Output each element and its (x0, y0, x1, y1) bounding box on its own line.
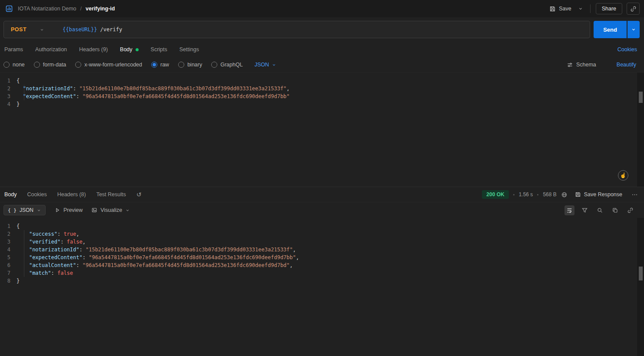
line-content: "verified": false, (17, 238, 86, 246)
line-content: "match": false (17, 269, 73, 277)
chevron-down-icon (272, 63, 276, 67)
app-window: IOTA Notarization Demo / verifying-id Sa… (0, 0, 644, 356)
line-content: } (17, 100, 20, 108)
hand-cursor-icon[interactable] (618, 170, 628, 181)
tab-response-headers[interactable]: Headers (8) (57, 191, 86, 198)
line-number: 6 (0, 261, 17, 269)
breadcrumb: IOTA Notarization Demo / verifying-id (4, 4, 115, 13)
tab-response-cookies[interactable]: Cookies (27, 191, 47, 198)
beautify-link[interactable]: Beautify (617, 62, 636, 68)
line-number: 2 (0, 85, 17, 92)
line-number: 8 (0, 277, 17, 285)
request-editor-scrollbar (637, 73, 644, 187)
filter-button[interactable] (580, 205, 590, 215)
body-type-none[interactable]: none (3, 62, 25, 68)
body-type-form-data[interactable]: form-data (34, 62, 66, 68)
copy-link-button[interactable] (627, 3, 640, 15)
separator-dot (513, 194, 515, 195)
line-content: { (17, 77, 20, 85)
body-type-raw[interactable]: raw (151, 62, 169, 68)
status-badge: 200 OK (482, 190, 508, 199)
search-button[interactable] (595, 205, 605, 215)
tab-headers[interactable]: Headers (9) (79, 46, 108, 53)
tab-body-label: Body (120, 46, 133, 53)
line-content: "notarizationId": "15b21de61100e7b80df85… (17, 85, 290, 92)
body-type-graphql[interactable]: GraphQL (211, 62, 242, 68)
line-number: 3 (0, 92, 17, 100)
modified-indicator-dot (136, 48, 139, 51)
line-number: 4 (0, 246, 17, 254)
line-number: 1 (0, 222, 17, 230)
raw-language-selector[interactable]: JSON (255, 62, 276, 68)
tab-test-results[interactable]: Test Results (96, 191, 126, 198)
url-variable: {{baseURL}} (63, 26, 97, 33)
line-number: 7 (0, 269, 17, 277)
link-button[interactable] (625, 205, 635, 215)
url-path: /verify (100, 26, 123, 33)
response-body-viewer[interactable]: 1{2 "success": true,3 "verified": false,… (0, 218, 644, 356)
response-format-selector[interactable]: JSON (3, 205, 46, 215)
response-toolbar-icons (564, 205, 635, 215)
tab-authorization[interactable]: Authorization (35, 46, 67, 53)
more-options-icon[interactable] (630, 191, 640, 199)
body-type-x-www-form-urlencoded[interactable]: x-www-form-urlencoded (75, 62, 142, 68)
code-line: 1{ (0, 77, 644, 85)
image-icon (91, 207, 97, 213)
response-tabs: Body Cookies Headers (8) Test Results 20… (0, 187, 644, 202)
braces-icon (8, 207, 17, 213)
code-line: 1{ (0, 222, 644, 230)
visualize-button[interactable]: Visualize (91, 207, 130, 213)
code-line: 3 "verified": false, (0, 238, 644, 246)
request-body-editor[interactable]: 1{2 "notarizationId": "15b21de61100e7b80… (0, 72, 644, 187)
scrollbar-thumb[interactable] (639, 267, 643, 280)
line-content: "actualContent": "96a5447815a0bf0e7efa66… (17, 261, 293, 269)
body-type-urlencoded-label: x-www-form-urlencoded (84, 62, 142, 68)
copy-button[interactable] (610, 205, 620, 215)
code-line: 7 "match": false (0, 269, 644, 277)
method-selector[interactable]: POST (4, 26, 49, 33)
wrap-text-button[interactable] (564, 205, 574, 215)
schema-label: Schema (576, 62, 596, 68)
indent-guide (24, 85, 24, 100)
body-type-binary[interactable]: binary (178, 62, 202, 68)
breadcrumb-workspace[interactable]: IOTA Notarization Demo (18, 6, 76, 12)
code-line: 4} (0, 100, 644, 108)
schema-button[interactable]: Schema (567, 62, 596, 68)
save-response-button[interactable]: Save Response (572, 189, 625, 200)
network-globe-icon[interactable] (561, 191, 568, 198)
line-number: 2 (0, 230, 17, 238)
radio-icon (3, 62, 10, 68)
tab-settings[interactable]: Settings (179, 46, 199, 53)
sliders-icon (567, 62, 573, 68)
code-line: 5 "expectedContent": "96a5447815a0bf0e7e… (0, 254, 644, 261)
request-body-code: 1{2 "notarizationId": "15b21de61100e7b80… (0, 73, 644, 108)
tab-body[interactable]: Body (120, 46, 139, 53)
workspace-logo-icon[interactable] (4, 4, 14, 13)
cookies-link[interactable]: Cookies (617, 46, 637, 53)
radio-selected-icon (151, 62, 157, 68)
scrollbar-thumb[interactable] (639, 92, 643, 103)
tab-scripts[interactable]: Scripts (151, 46, 167, 53)
tab-params[interactable]: Params (4, 46, 23, 53)
save-icon (575, 191, 581, 198)
line-content: "success": true, (17, 230, 80, 238)
send-button[interactable]: Send (594, 21, 627, 38)
tab-response-body[interactable]: Body (4, 191, 17, 198)
line-number: 5 (0, 254, 17, 261)
save-button[interactable]: Save (546, 3, 574, 14)
history-icon[interactable] (136, 191, 142, 198)
body-type-graphql-label: GraphQL (220, 62, 242, 68)
save-options-chevron[interactable] (576, 4, 585, 13)
method-label: POST (11, 26, 27, 33)
send-options-chevron[interactable] (627, 21, 640, 38)
raw-language-label: JSON (255, 62, 269, 68)
preview-button[interactable]: Preview (54, 207, 83, 213)
response-viewer-scrollbar (637, 218, 644, 356)
visualize-label: Visualize (100, 207, 122, 213)
share-button[interactable]: Share (596, 3, 622, 14)
save-label: Save (559, 6, 571, 12)
chevron-down-icon (631, 27, 636, 32)
body-type-none-label: none (13, 62, 25, 68)
breadcrumb-request-name[interactable]: verifying-id (86, 6, 115, 12)
url-input[interactable]: {{baseURL}} /verify (63, 26, 122, 33)
